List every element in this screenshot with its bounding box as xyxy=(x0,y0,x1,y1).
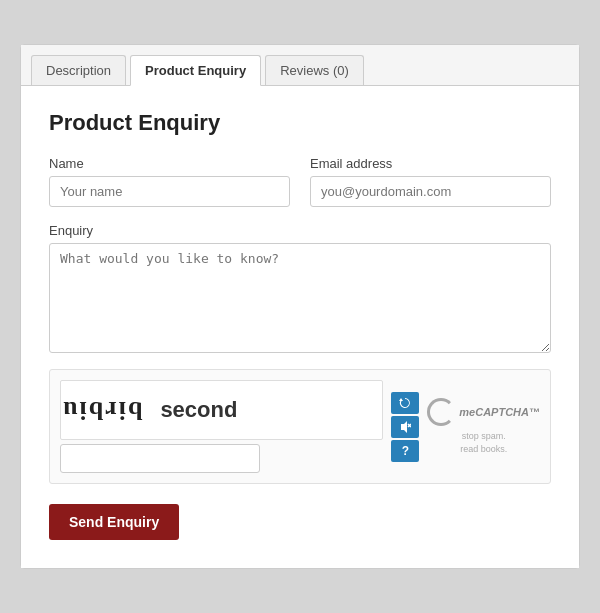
captcha-input[interactable] xyxy=(60,444,260,473)
captcha-input-row xyxy=(60,444,383,473)
svg-marker-0 xyxy=(401,421,407,433)
form-content: Product Enquiry Name Email address Enqui… xyxy=(21,86,579,568)
tab-description[interactable]: Description xyxy=(31,55,126,85)
captcha-image: birbiu second xyxy=(60,380,383,440)
email-input[interactable] xyxy=(310,176,551,207)
send-enquiry-button[interactable]: Send Enquiry xyxy=(49,504,179,540)
refresh-icon xyxy=(399,397,411,409)
email-group: Email address xyxy=(310,156,551,207)
captcha-refresh-button[interactable] xyxy=(391,392,419,414)
name-label: Name xyxy=(49,156,290,171)
captcha-section: birbiu second xyxy=(49,369,551,484)
captcha-audio-button[interactable] xyxy=(391,416,419,438)
captcha-logo: meCAPTCHA™ stop spam.read books. xyxy=(427,398,540,455)
captcha-help-button[interactable]: ? xyxy=(391,440,419,462)
email-label: Email address xyxy=(310,156,551,171)
captcha-logo-sub: stop spam.read books. xyxy=(460,430,507,455)
captcha-left: birbiu second xyxy=(60,380,383,473)
name-input[interactable] xyxy=(49,176,290,207)
enquiry-group: Enquiry xyxy=(49,223,551,353)
enquiry-textarea[interactable] xyxy=(49,243,551,353)
captcha-logo-top: meCAPTCHA™ xyxy=(427,398,540,426)
captcha-text-flipped: birbiu xyxy=(61,395,152,425)
enquiry-label: Enquiry xyxy=(49,223,551,238)
tab-reviews[interactable]: Reviews (0) xyxy=(265,55,364,85)
audio-icon xyxy=(399,421,411,433)
name-group: Name xyxy=(49,156,290,207)
name-email-row: Name Email address xyxy=(49,156,551,207)
captcha-text-normal: second xyxy=(152,397,237,423)
captcha-controls: ? xyxy=(391,392,419,462)
tabs-bar: Description Product Enquiry Reviews (0) xyxy=(21,45,579,86)
captcha-c-icon xyxy=(427,398,455,426)
form-title: Product Enquiry xyxy=(49,110,551,136)
help-icon: ? xyxy=(402,444,409,458)
captcha-logo-text: meCAPTCHA™ xyxy=(459,406,540,418)
tab-product-enquiry[interactable]: Product Enquiry xyxy=(130,55,261,86)
product-enquiry-card: Description Product Enquiry Reviews (0) … xyxy=(20,44,580,569)
